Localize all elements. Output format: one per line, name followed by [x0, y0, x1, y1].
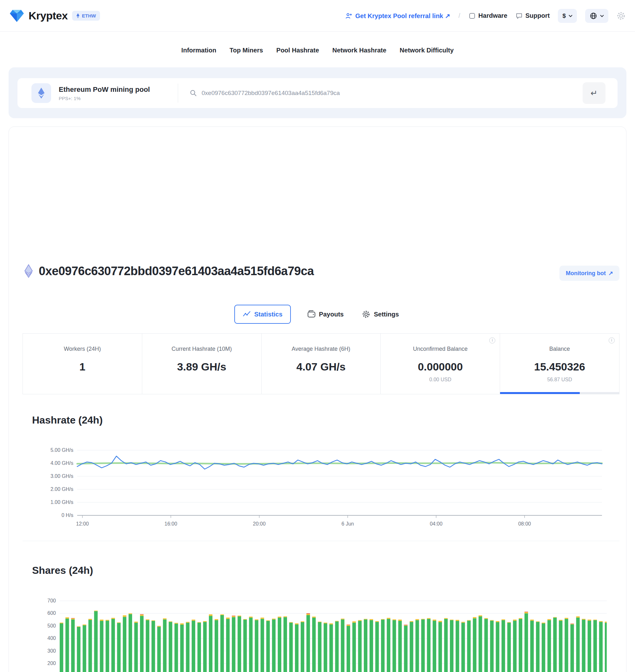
header-actions: Get Kryptex Pool referral link ↗ / Hardw… [346, 9, 626, 23]
svg-text:20:00: 20:00 [253, 521, 266, 526]
nav-item-pool-hashrate[interactable]: Pool Hashrate [276, 47, 319, 54]
search-submit-button[interactable]: ↵ [583, 82, 606, 104]
shares-heading: Shares (24h) [32, 565, 93, 576]
hardware-icon [468, 13, 476, 19]
stats-cards-row: Workers (24H)1Current Hashrate (10M)3.89… [23, 333, 619, 394]
pool-title: Ethereum PoW mining pool [59, 85, 178, 94]
stat-sub-usd: 56.87 USD [500, 377, 619, 382]
svg-text:0 H/s: 0 H/s [62, 512, 73, 518]
svg-text:200: 200 [47, 660, 56, 666]
eth-outline-icon [24, 264, 33, 278]
tab-label: Statistics [254, 311, 283, 318]
referral-link-label: Get Kryptex Pool referral link ↗ [355, 12, 450, 20]
wallet-tabs: StatisticsPayoutsSettings [9, 305, 626, 324]
language-select[interactable] [585, 9, 608, 23]
wallet-icon [307, 310, 315, 318]
svg-text:16:00: 16:00 [165, 521, 177, 526]
referral-link[interactable]: Get Kryptex Pool referral link ↗ [346, 12, 450, 20]
nav-item-network-hashrate[interactable]: Network Hashrate [332, 47, 387, 54]
chevron-down-icon [569, 15, 572, 17]
stat-value: 15.450326 [500, 361, 619, 373]
tab-statistics[interactable]: Statistics [234, 305, 291, 324]
svg-text:4.00 GH/s: 4.00 GH/s [50, 460, 73, 466]
brand-name: Kryptex [28, 9, 68, 22]
nav-item-network-difficulty[interactable]: Network Difficulty [400, 47, 454, 54]
pool-search-section: Ethereum PoW mining pool PPS+: 1% 0xe097… [8, 67, 627, 118]
stat-card-average-hashrate-6h-: Average Hashrate (6H)4.07 GH/s [262, 334, 381, 394]
pool-search-card: Ethereum PoW mining pool PPS+: 1% 0xe097… [18, 78, 617, 108]
eth-diamond-icon [76, 13, 80, 18]
external-arrow-icon: ↗ [608, 270, 613, 277]
pool-fee: PPS+: 1% [59, 96, 178, 101]
top-header: Kryptex ETHW Get Kryptex Pool referral l… [0, 0, 635, 32]
kryptex-logo[interactable]: Kryptex ETHW [9, 9, 100, 23]
stat-card-unconfirmed-balance: Unconfirmed Balance0.0000000.00 USDi [381, 334, 500, 394]
svg-text:12:00: 12:00 [76, 521, 89, 526]
stat-label: Unconfirmed Balance [381, 346, 500, 352]
tab-label: Payouts [319, 311, 344, 318]
svg-text:600: 600 [47, 610, 56, 616]
pool-nav: InformationTop MinersPool HashrateNetwor… [0, 42, 635, 59]
wallet-dashboard-card: 0xe0976c630772bbd0397e61403aa4a515fd6a79… [8, 126, 627, 672]
coin-badge[interactable]: ETHW [72, 11, 100, 21]
balance-progress-fill [500, 392, 580, 394]
hardware-label: Hardware [479, 12, 507, 19]
pool-info: Ethereum PoW mining pool PPS+: 1% [59, 85, 178, 101]
currency-label: $ [562, 13, 566, 19]
hardware-link[interactable]: Hardware [468, 12, 507, 19]
section-divider [23, 541, 619, 541]
chart-line-icon [243, 310, 251, 318]
support-label: Support [525, 12, 550, 19]
stat-card-workers-24h-: Workers (24H)1 [23, 334, 142, 394]
gear-icon [362, 310, 370, 318]
shares-chart: 700600500400300200100012:0016:0020:006 J… [19, 594, 607, 672]
wallet-search-input[interactable]: 0xe0976c630772bbd0397e61403aa4a515fd6a79… [202, 90, 340, 97]
stat-label: Balance [500, 346, 619, 352]
nav-item-top-miners[interactable]: Top Miners [229, 47, 263, 54]
balance-progress-track [500, 392, 619, 394]
currency-select[interactable]: $ [558, 9, 577, 23]
tab-label: Settings [374, 311, 399, 318]
vertical-divider [178, 84, 178, 103]
settings-gear-icon[interactable] [617, 12, 626, 20]
stat-value: 1 [23, 361, 142, 373]
info-icon[interactable]: i [489, 337, 495, 343]
svg-text:3.00 GH/s: 3.00 GH/s [50, 474, 73, 479]
svg-text:6 Jun: 6 Jun [342, 521, 354, 526]
svg-text:500: 500 [47, 623, 56, 628]
support-link[interactable]: Support [516, 12, 550, 19]
hashrate-chart: 5.00 GH/s4.00 GH/s3.00 GH/s2.00 GH/s1.00… [29, 444, 607, 530]
stat-label: Workers (24H) [23, 346, 142, 352]
ethereum-icon [31, 83, 51, 103]
svg-text:08:00: 08:00 [518, 521, 531, 526]
stat-card-current-hashrate-10m-: Current Hashrate (10M)3.89 GH/s [142, 334, 262, 394]
divider-slash: / [458, 12, 460, 19]
stat-value: 4.07 GH/s [262, 361, 381, 373]
stat-value: 3.89 GH/s [142, 361, 261, 373]
person-plus-icon [346, 13, 352, 19]
svg-text:5.00 GH/s: 5.00 GH/s [50, 447, 73, 453]
globe-icon [590, 12, 597, 20]
svg-text:2.00 GH/s: 2.00 GH/s [50, 486, 73, 492]
search-icon [190, 89, 197, 97]
svg-text:400: 400 [47, 635, 56, 641]
stat-card-balance: Balance15.45032656.87 USDi [500, 334, 619, 394]
svg-text:1.00 GH/s: 1.00 GH/s [50, 500, 73, 505]
kryptex-gem-icon [9, 9, 24, 23]
stat-label: Average Hashrate (6H) [262, 346, 381, 352]
coin-badge-label: ETHW [82, 13, 96, 18]
hashrate-heading: Hashrate (24h) [32, 414, 103, 426]
monitoring-bot-link[interactable]: Monitoring bot ↗ [560, 266, 619, 281]
svg-text:700: 700 [47, 598, 56, 603]
nav-item-information[interactable]: Information [181, 47, 216, 54]
tab-settings[interactable]: Settings [360, 305, 401, 323]
stat-sub-usd: 0.00 USD [381, 377, 500, 382]
wallet-title-row: 0xe0976c630772bbd0397e61403aa4a515fd6a79… [24, 264, 314, 278]
svg-text:04:00: 04:00 [430, 521, 443, 526]
stat-value: 0.000000 [381, 361, 500, 373]
info-icon[interactable]: i [609, 337, 615, 343]
tab-payouts[interactable]: Payouts [305, 305, 346, 323]
chat-bubble-icon [516, 13, 523, 19]
enter-icon: ↵ [591, 88, 597, 98]
stat-label: Current Hashrate (10M) [142, 346, 261, 352]
